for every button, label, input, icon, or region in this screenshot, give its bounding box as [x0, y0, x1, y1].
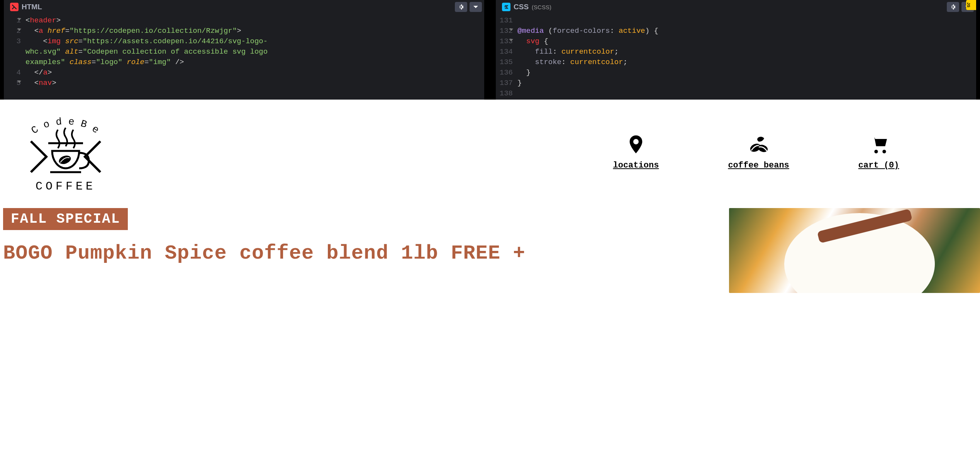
html-lang-icon: [10, 3, 19, 11]
html-code-area[interactable]: 1 2 3 4 5 <header> <a href="https://code…: [4, 14, 484, 88]
logo-link[interactable]: C o d e B e a n COFFEE: [15, 107, 116, 197]
site-header: C o d e B e a n COFFEE locations: [0, 100, 980, 201]
html-tab-label: HTML: [22, 3, 42, 11]
location-pin-icon: [625, 134, 647, 155]
preview-frame: C o d e B e a n COFFEE locations: [0, 100, 980, 474]
gutter: 1 2 3 4 5: [4, 15, 25, 88]
editor-header: HTML: [4, 0, 484, 14]
html-code[interactable]: <header> <a href="https://codepen.io/col…: [25, 15, 484, 88]
css-subtype: (SCSS): [532, 4, 551, 10]
promo-image: [729, 208, 980, 293]
cart-icon: [868, 134, 890, 155]
nav-locations[interactable]: locations: [613, 134, 659, 170]
code-bean-logo-icon: C o d e B e a n COFFEE: [19, 107, 112, 195]
gutter: 131 132 133 134 135 136 137 138: [496, 15, 517, 99]
html-editor-pane: HTML 1 2 3 4 5 <header> <a href: [4, 0, 484, 100]
css-tab[interactable]: * CSS (SCSS): [496, 0, 558, 14]
css-code-area[interactable]: 131 132 133 134 135 136 137 138 @media (…: [496, 14, 976, 99]
js-badge[interactable]: JS: [966, 0, 976, 10]
promo-section: FALL SPECIAL BOGO Pumpkin Spice coffee b…: [0, 208, 980, 293]
nav-label: coffee beans: [728, 161, 789, 170]
nav-coffee-beans[interactable]: coffee beans: [728, 134, 789, 170]
gear-icon: [950, 4, 956, 10]
svg-text:C o d e   B e a n: C o d e B e a n: [19, 107, 107, 140]
editor-panes: HTML 1 2 3 4 5 <header> <a href: [0, 0, 980, 100]
css-code[interactable]: @media (forced-colors: active) { svg { f…: [517, 15, 976, 99]
html-tab[interactable]: HTML: [4, 0, 48, 14]
css-lang-icon: *: [502, 3, 510, 11]
chevron-down-icon: [473, 5, 478, 9]
nav-cart[interactable]: cart (0): [858, 134, 899, 170]
coffee-beans-icon: [748, 134, 770, 155]
main-nav: locations coffee beans cart (0): [578, 134, 965, 170]
promo-badge: FALL SPECIAL: [3, 208, 128, 230]
css-editor-pane: JS * CSS (SCSS) 131 132: [496, 0, 976, 100]
html-settings-button[interactable]: [455, 2, 467, 12]
css-tab-label: CSS: [514, 3, 529, 11]
css-settings-button[interactable]: [947, 2, 959, 12]
gear-icon: [458, 4, 464, 10]
promo-heading: BOGO Pumpkin Spice coffee blend 1lb FREE…: [3, 241, 717, 266]
editor-header: * CSS (SCSS): [496, 0, 976, 14]
nav-label: locations: [613, 161, 659, 170]
html-collapse-button[interactable]: [470, 2, 482, 12]
svg-point-2: [58, 154, 72, 166]
nav-label: cart (0): [858, 161, 899, 170]
logo-text: COFFEE: [36, 180, 96, 193]
